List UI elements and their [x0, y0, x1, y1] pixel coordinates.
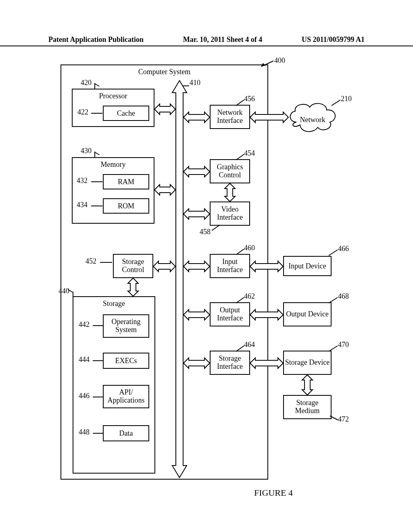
leader-462 — [236, 297, 244, 303]
ref-410: 410 — [190, 79, 200, 87]
leader-460 — [236, 249, 244, 255]
leader-456 — [236, 100, 244, 106]
storage-device-box: Storage Device — [283, 351, 332, 375]
leader-210 — [332, 100, 340, 106]
svg-marker-12 — [250, 310, 283, 320]
storage-interface-label: Storage Interface — [211, 355, 249, 371]
network-interface-box: Network Interface — [210, 105, 250, 129]
svg-line-19 — [332, 100, 340, 106]
os-box: Operating System — [103, 314, 149, 338]
arrow-storagectrl-bus — [153, 261, 175, 272]
leader-440 — [73, 292, 73, 297]
os-label: Operating System — [104, 318, 148, 334]
header-right: US 2011/0059799 A1 — [302, 35, 365, 44]
network-label: Network — [300, 116, 325, 124]
data-label: Data — [119, 429, 133, 438]
ref-210: 210 — [341, 95, 352, 103]
arrow-processor-bus — [154, 104, 175, 114]
storage-interface-box: Storage Interface — [210, 351, 250, 375]
page-header: Patent Application Publication Mar. 10, … — [0, 35, 413, 46]
leader-448 — [93, 433, 103, 434]
cache-label: Cache — [117, 109, 135, 118]
input-interface-label: Input Interface — [211, 258, 249, 274]
leader-444 — [93, 360, 103, 361]
storage-medium-box: Storage Medium — [283, 395, 332, 419]
execs-label: EXECs — [115, 357, 137, 365]
memory-title: Memory — [101, 160, 126, 169]
graphics-control-label: Graphics Control — [211, 163, 249, 179]
ref-446: 446 — [79, 392, 90, 400]
header-center: Mar. 10, 2011 Sheet 4 of 4 — [183, 35, 262, 44]
network-interface-label: Network Interface — [211, 109, 249, 125]
execs-box: EXECs — [103, 353, 149, 369]
ref-454: 454 — [244, 149, 255, 158]
output-device-label: Output Device — [286, 310, 328, 318]
api-box: API/ Applications — [103, 385, 149, 408]
svg-line-24 — [236, 297, 244, 303]
ref-462: 462 — [244, 292, 255, 301]
graphics-control-box: Graphics Control — [210, 159, 250, 183]
ref-420: 420 — [81, 79, 92, 87]
svg-marker-11 — [250, 261, 283, 272]
svg-line-28 — [330, 416, 338, 420]
svg-marker-8 — [184, 310, 210, 320]
header-left: Patent Application Publication — [48, 35, 144, 44]
svg-marker-3 — [153, 261, 175, 272]
svg-line-23 — [329, 250, 338, 256]
output-interface-box: Output Interface — [210, 302, 250, 326]
svg-marker-6 — [184, 209, 210, 219]
svg-line-22 — [236, 249, 244, 255]
arrow-storageif-dev — [250, 358, 283, 368]
ref-432: 432 — [77, 177, 88, 185]
svg-line-26 — [236, 346, 244, 351]
svg-marker-7 — [184, 261, 210, 272]
arrow-bus-storageif — [184, 358, 210, 368]
ref-456: 456 — [244, 95, 255, 103]
svg-marker-16 — [302, 375, 313, 395]
leader-458 — [212, 225, 220, 231]
figure-caption: FIGURE 4 — [254, 488, 293, 498]
leader-442 — [93, 325, 103, 326]
svg-line-25 — [329, 297, 338, 303]
ref-422: 422 — [77, 108, 88, 116]
ref-440: 440 — [58, 287, 69, 295]
leader-400 — [261, 61, 273, 66]
rom-label: ROM — [118, 202, 134, 210]
leader-472 — [330, 416, 338, 422]
arrow-storagedev-medium — [302, 375, 313, 395]
ref-400: 400 — [274, 56, 285, 65]
svg-marker-1 — [154, 104, 175, 114]
arrow-netif-cloud — [250, 112, 288, 123]
svg-marker-4 — [184, 112, 210, 123]
arrow-bus-outputif — [184, 310, 210, 320]
data-box: Data — [103, 425, 149, 441]
ref-460: 460 — [244, 244, 255, 252]
ref-466: 466 — [338, 245, 349, 253]
output-device-box: Output Device — [283, 302, 332, 326]
arrow-bus-netif — [184, 112, 210, 123]
computer-system-title: Computer System — [138, 68, 191, 76]
ram-label: RAM — [118, 178, 134, 186]
input-device-box: Input Device — [283, 256, 332, 276]
svg-marker-0 — [172, 81, 187, 478]
ref-470: 470 — [338, 341, 349, 349]
video-interface-label: Video Interface — [211, 206, 249, 222]
ref-430: 430 — [81, 147, 92, 155]
storage-medium-label: Storage Medium — [284, 399, 331, 415]
svg-line-20 — [236, 154, 244, 160]
ref-444: 444 — [79, 355, 90, 364]
ref-464: 464 — [244, 341, 255, 349]
ref-468: 468 — [338, 292, 349, 301]
svg-marker-13 — [250, 358, 283, 368]
input-interface-box: Input Interface — [210, 254, 250, 278]
leader-432 — [91, 181, 102, 182]
leader-434 — [91, 206, 102, 206]
video-interface-box: Video Interface — [210, 202, 250, 226]
storage-title: Storage — [103, 299, 125, 308]
ref-442: 442 — [79, 320, 90, 329]
network-cloud: Network — [286, 100, 339, 134]
storage-control-box: Storage Control — [113, 254, 153, 278]
arrow-bus-graphics — [184, 166, 210, 177]
leader-454 — [236, 154, 244, 160]
svg-line-27 — [329, 346, 338, 351]
